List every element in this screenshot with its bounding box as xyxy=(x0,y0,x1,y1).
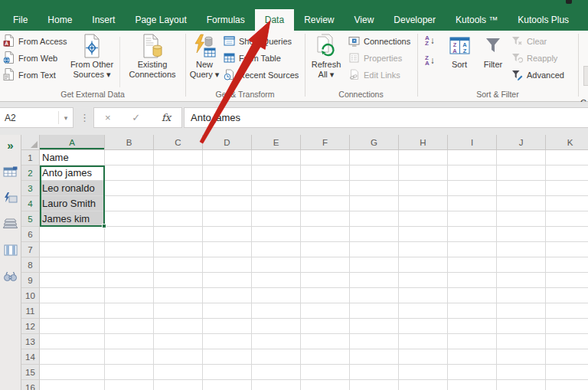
cell-C11[interactable] xyxy=(154,303,203,319)
from-access-button[interactable]: A From Access xyxy=(2,33,69,50)
recent-sources-button[interactable]: Recent Sources xyxy=(222,67,300,84)
cell-E12[interactable] xyxy=(252,319,301,334)
cell-D11[interactable] xyxy=(203,303,252,319)
cell-K13[interactable] xyxy=(546,334,588,349)
cell-H8[interactable] xyxy=(399,257,448,273)
clear-filter-button[interactable]: Clear xyxy=(510,33,566,50)
cell-F12[interactable] xyxy=(301,319,350,334)
tab-home[interactable]: Home xyxy=(38,9,82,31)
row-header-14[interactable]: 14 xyxy=(21,349,40,365)
cell-D9[interactable] xyxy=(203,273,252,288)
cell-B9[interactable] xyxy=(105,273,154,288)
cell-I9[interactable] xyxy=(448,273,497,288)
tab-view[interactable]: View xyxy=(345,9,384,31)
cell-E14[interactable] xyxy=(252,349,301,365)
column-header-K[interactable]: K xyxy=(546,135,588,150)
cell-H14[interactable] xyxy=(399,349,448,365)
reapply-filter-button[interactable]: Reapply xyxy=(510,50,566,67)
row-header-15[interactable]: 15 xyxy=(21,365,40,380)
cell-A11[interactable] xyxy=(40,303,105,319)
sort-button[interactable]: ZAAZ Sort xyxy=(443,32,475,87)
cancel-icon[interactable]: × xyxy=(105,112,111,123)
cell-E13[interactable] xyxy=(252,334,301,349)
cell-J12[interactable] xyxy=(497,319,546,334)
insert-function-icon[interactable]: fx xyxy=(162,112,171,123)
cell-C10[interactable] xyxy=(154,288,203,303)
cell-K10[interactable] xyxy=(546,288,588,303)
cell-F4[interactable] xyxy=(301,196,350,211)
cell-I16[interactable] xyxy=(448,380,497,390)
cell-D2[interactable] xyxy=(203,166,252,181)
cell-I2[interactable] xyxy=(448,166,497,181)
cell-F13[interactable] xyxy=(301,334,350,349)
column-header-D[interactable]: D xyxy=(203,135,252,150)
sort-za-button[interactable]: ZA ↓ xyxy=(425,55,435,66)
cell-G8[interactable] xyxy=(350,257,399,273)
cell-K1[interactable] xyxy=(546,150,588,166)
tab-kutools-plus[interactable]: Kutools Plus xyxy=(508,9,579,31)
from-other-sources-button[interactable]: From Other Sources ▾ xyxy=(67,32,116,87)
column-header-A[interactable]: A xyxy=(40,135,105,150)
cell-H1[interactable] xyxy=(399,150,448,166)
cell-B11[interactable] xyxy=(105,303,154,319)
cell-B6[interactable] xyxy=(105,227,154,242)
cell-K9[interactable] xyxy=(546,273,588,288)
cell-H3[interactable] xyxy=(399,181,448,196)
cell-J11[interactable] xyxy=(497,303,546,319)
cell-E1[interactable] xyxy=(252,150,301,166)
cell-I5[interactable] xyxy=(448,211,497,227)
cell-J6[interactable] xyxy=(497,227,546,242)
from-table-button[interactable]: From Table xyxy=(222,50,300,67)
cell-J1[interactable] xyxy=(497,150,546,166)
cell-D7[interactable] xyxy=(203,242,252,257)
cell-E10[interactable] xyxy=(252,288,301,303)
cell-J16[interactable] xyxy=(497,380,546,390)
tab-page-layout[interactable]: Page Layout xyxy=(125,9,196,31)
cell-D1[interactable] xyxy=(203,150,252,166)
cell-A8[interactable] xyxy=(40,257,105,273)
cell-C6[interactable] xyxy=(154,227,203,242)
cell-A15[interactable] xyxy=(40,365,105,380)
cell-I10[interactable] xyxy=(448,288,497,303)
cell-A6[interactable] xyxy=(40,227,105,242)
cell-B16[interactable] xyxy=(105,380,154,390)
cell-E3[interactable] xyxy=(252,181,301,196)
column-header-C[interactable]: C xyxy=(154,135,203,150)
cell-C16[interactable] xyxy=(154,380,203,390)
cell-H5[interactable] xyxy=(399,211,448,227)
cell-K3[interactable] xyxy=(546,181,588,196)
cell-F14[interactable] xyxy=(301,349,350,365)
tab-file[interactable]: File xyxy=(3,9,38,31)
cell-B10[interactable] xyxy=(105,288,154,303)
cell-E16[interactable] xyxy=(252,380,301,390)
cell-E9[interactable] xyxy=(252,273,301,288)
cell-C13[interactable] xyxy=(154,334,203,349)
column-header-J[interactable]: J xyxy=(497,135,546,150)
cell-A1[interactable]: Name xyxy=(40,150,105,166)
cell-A9[interactable] xyxy=(40,273,105,288)
cell-F9[interactable] xyxy=(301,273,350,288)
cell-J14[interactable] xyxy=(497,349,546,365)
cell-J10[interactable] xyxy=(497,288,546,303)
cell-H6[interactable] xyxy=(399,227,448,242)
cell-F16[interactable] xyxy=(301,380,350,390)
cell-J5[interactable] xyxy=(497,211,546,227)
cell-H2[interactable] xyxy=(399,166,448,181)
enter-icon[interactable]: ✓ xyxy=(132,112,140,123)
cell-G14[interactable] xyxy=(350,349,399,365)
cell-A4[interactable]: Lauro Smith xyxy=(40,196,105,211)
cell-K4[interactable] xyxy=(546,196,588,211)
cell-B4[interactable] xyxy=(105,196,154,211)
cell-J7[interactable] xyxy=(497,242,546,257)
cell-H4[interactable] xyxy=(399,196,448,211)
connections-button[interactable]: Connections xyxy=(347,33,412,50)
cell-B2[interactable] xyxy=(105,166,154,181)
cell-H11[interactable] xyxy=(399,303,448,319)
cell-A13[interactable] xyxy=(40,334,105,349)
cell-E2[interactable] xyxy=(252,166,301,181)
row-header-8[interactable]: 8 xyxy=(21,257,40,273)
cell-K12[interactable] xyxy=(546,319,588,334)
cell-K15[interactable] xyxy=(546,365,588,380)
cell-F2[interactable] xyxy=(301,166,350,181)
find-binoculars-icon[interactable] xyxy=(3,269,18,283)
